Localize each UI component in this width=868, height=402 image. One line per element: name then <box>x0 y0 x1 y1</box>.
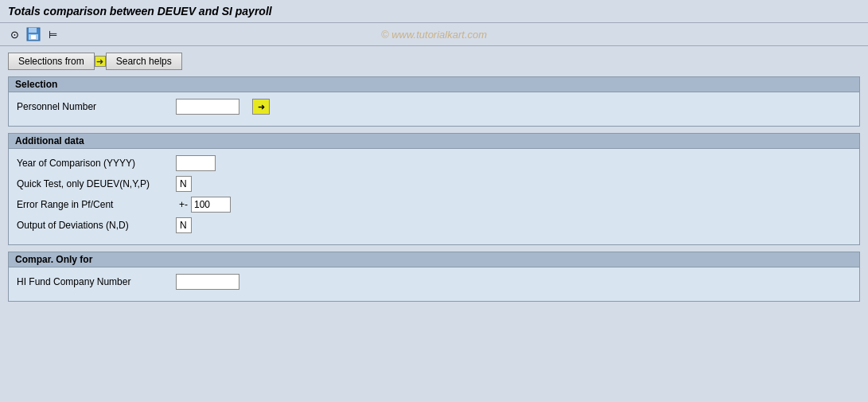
compar-only-for-section-body: HI Fund Company Number <box>9 267 859 301</box>
personnel-number-input[interactable] <box>176 99 239 115</box>
additional-data-section-body: Year of Comparison (YYYY) Quick Test, on… <box>9 149 859 244</box>
title-bar: Totals comparison between DEUEV and SI p… <box>0 0 868 23</box>
personnel-number-label: Personnel Number <box>17 101 176 112</box>
watermark: © www.tutorialkart.com <box>381 29 487 41</box>
svg-rect-3 <box>31 35 36 39</box>
hi-fund-company-number-row: HI Fund Company Number <box>17 274 851 290</box>
output-deviations-label: Output of Deviations (N,D) <box>17 220 176 231</box>
selection-section-body: Personnel Number ➜ <box>9 92 859 126</box>
selections-from-label: Selections from <box>18 56 84 67</box>
selections-from-button[interactable]: Selections from <box>8 53 95 70</box>
hi-fund-company-number-label: HI Fund Company Number <box>17 276 176 287</box>
quick-test-label: Quick Test, only DEUEV(N,Y,P) <box>17 178 176 189</box>
navigate-forward-icon[interactable]: ⊨ <box>45 26 60 42</box>
search-helps-label: Search helps <box>116 56 172 67</box>
plus-minus-symbol: +- <box>179 199 188 210</box>
arrow-between-buttons: ➜ <box>95 56 106 67</box>
page-title: Totals comparison between DEUEV and SI p… <box>8 5 272 18</box>
search-helps-button[interactable]: Search helps <box>106 53 182 70</box>
additional-data-section-header: Additional data <box>9 134 859 149</box>
output-deviations-row: Output of Deviations (N,D) N <box>17 217 851 233</box>
navigate-back-icon[interactable]: ⊙ <box>6 26 22 42</box>
toolbar-icons: ⊙ ⊨ <box>6 26 60 42</box>
error-range-label: Error Range in Pf/Cent <box>17 199 176 210</box>
error-range-input[interactable] <box>191 197 231 213</box>
personnel-number-row: Personnel Number ➜ <box>17 99 851 115</box>
hi-fund-company-number-input[interactable] <box>176 274 239 290</box>
main-content: Selections from ➜ Search helps Selection… <box>0 46 868 314</box>
save-icon[interactable] <box>25 26 41 42</box>
output-deviations-value[interactable]: N <box>176 217 192 233</box>
svg-rect-1 <box>29 28 37 33</box>
toolbar: ⊙ ⊨ © www.tutorialkart.com <box>0 23 868 46</box>
year-of-comparison-label: Year of Comparison (YYYY) <box>17 158 176 169</box>
compar-only-for-section: Compar. Only for HI Fund Company Number <box>8 252 860 302</box>
additional-data-section: Additional data Year of Comparison (YYYY… <box>8 133 860 245</box>
error-range-row: Error Range in Pf/Cent +- <box>17 197 851 213</box>
compar-only-for-section-header: Compar. Only for <box>9 252 859 267</box>
year-of-comparison-row: Year of Comparison (YYYY) <box>17 155 851 171</box>
selection-section: Selection Personnel Number ➜ <box>8 76 860 127</box>
personnel-number-arrow-button[interactable]: ➜ <box>252 99 270 115</box>
button-bar: Selections from ➜ Search helps <box>8 53 860 70</box>
selection-section-header: Selection <box>9 77 859 92</box>
quick-test-value[interactable]: N <box>176 176 192 192</box>
quick-test-row: Quick Test, only DEUEV(N,Y,P) N <box>17 176 851 192</box>
year-of-comparison-input[interactable] <box>176 155 216 171</box>
